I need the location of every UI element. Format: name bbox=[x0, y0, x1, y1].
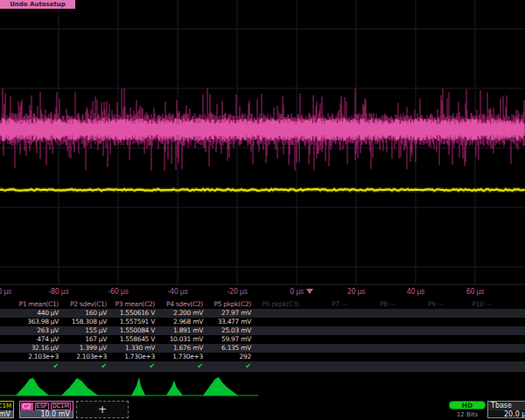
x-axis-label: 20 µs bbox=[347, 288, 365, 296]
table-row-min: 263 µV155 µV1.550084 V1.891 mV25.03 mV bbox=[0, 326, 525, 335]
cell-mean-p3: 1.557591 V bbox=[107, 318, 155, 326]
cell-sdev-p2: 1.399 µV bbox=[59, 344, 107, 353]
table-row-max: 474 µV167 µV1.558645 V10.031 mV59.97 mV bbox=[0, 335, 525, 344]
status-check-icon: ✔ bbox=[107, 361, 155, 372]
status-check-icon: ✔ bbox=[59, 361, 107, 372]
timebase-descriptor[interactable]: Tbase 20.0 µs bbox=[487, 401, 525, 418]
histicon-p1[interactable] bbox=[16, 378, 49, 396]
c2-esp-badge: ESP bbox=[35, 402, 49, 410]
cell-max-p4: 10.031 mV bbox=[155, 335, 203, 344]
cell-max-p1: 474 µV bbox=[10, 335, 59, 344]
cell-min-p1: 263 µV bbox=[10, 326, 59, 335]
param-header-5[interactable]: P5 pkpk(C2) bbox=[203, 300, 251, 309]
bit-resolution-label: 12 Bits bbox=[449, 411, 486, 418]
x-axis-label: -60 µs bbox=[108, 288, 128, 296]
param-header-2[interactable]: P2 sdev(C1) bbox=[59, 300, 107, 309]
status-check-icon: ✔ bbox=[203, 361, 251, 372]
cell-mean-p1: 363.98 µV bbox=[10, 318, 59, 326]
param-header-9[interactable]: P9 --- bbox=[396, 300, 444, 309]
x-axis-label: -80 µs bbox=[48, 288, 68, 296]
cell-sdev-p4: 1.676 mV bbox=[155, 344, 203, 353]
cell-max-p3: 1.558645 V bbox=[107, 335, 155, 344]
cell-min-p5: 25.03 mV bbox=[203, 326, 251, 335]
timebase-title: Tbase bbox=[488, 402, 525, 410]
descriptor-bar: C1 DC1M 10.0 mV C2 ESP DC1M 10.0 mV + HD… bbox=[0, 400, 525, 420]
cell-value-p5: 27.97 mV bbox=[203, 309, 251, 318]
cell-sdev-p3: 1.330 mV bbox=[107, 344, 155, 353]
cell-mean-p2: 158.308 µV bbox=[59, 318, 107, 326]
param-header-10[interactable]: P10 --- bbox=[444, 300, 492, 309]
x-axis-label: -40 µs bbox=[167, 288, 187, 296]
c2-scale: 10.0 mV bbox=[20, 410, 73, 418]
histicon-p5[interactable] bbox=[203, 377, 238, 396]
x-axis-label: -100 µs bbox=[0, 288, 11, 296]
cell-num-p1: 2.103e+3 bbox=[10, 353, 59, 361]
param-header-4[interactable]: P4 sdev(C2) bbox=[155, 300, 203, 309]
channel-c1-descriptor[interactable]: C1 DC1M 10.0 mV bbox=[0, 401, 14, 418]
cell-num-p4: 1.730e+3 bbox=[155, 353, 203, 361]
table-row-value: 440 µV160 µV1.550616 V2.200 mV27.97 mV bbox=[0, 309, 525, 318]
undo-autosetup-button[interactable]: Undo Autosetup bbox=[0, 0, 75, 9]
cell-min-p3: 1.550084 V bbox=[107, 326, 155, 335]
c1-scale: 10.0 mV bbox=[0, 410, 13, 418]
channel-c2-descriptor[interactable]: C2 ESP DC1M 10.0 mV bbox=[19, 401, 74, 418]
c2-trace-core[interactable] bbox=[0, 118, 524, 141]
table-row-status: ✔✔✔✔✔ bbox=[0, 361, 525, 372]
param-header-1[interactable]: P1 mean(C1) bbox=[10, 300, 59, 309]
cell-mean-p5: 33.477 mV bbox=[203, 318, 251, 326]
trigger-position-marker[interactable] bbox=[306, 289, 313, 294]
cell-min-p4: 1.891 mV bbox=[155, 326, 203, 335]
graticule bbox=[0, 0, 525, 285]
histicon-p4[interactable] bbox=[166, 381, 183, 396]
c2-coupling-badge: DC1M bbox=[51, 402, 71, 410]
hd-mode-badge[interactable]: HD bbox=[449, 401, 486, 410]
x-axis-label: 60 µs bbox=[466, 288, 484, 296]
histicon-p2[interactable] bbox=[61, 378, 98, 396]
status-check-icon: ✔ bbox=[155, 361, 203, 372]
cell-value-p2: 160 µV bbox=[59, 309, 107, 318]
cell-value-p1: 440 µV bbox=[10, 309, 59, 318]
table-row-num: 2.103e+32.103e+31.730e+31.730e+3292 bbox=[0, 353, 525, 361]
c1-coupling-badge: DC1M bbox=[0, 402, 11, 410]
cell-sdev-p1: 32.16 µV bbox=[10, 344, 59, 353]
table-row-sdev: 32.16 µV1.399 µV1.330 mV1.676 mV6.135 mV bbox=[0, 344, 525, 353]
add-trace-button[interactable]: + bbox=[76, 401, 129, 418]
cell-value-p3: 1.550616 V bbox=[107, 309, 155, 318]
x-axis-label: 0 µs bbox=[290, 288, 304, 296]
timebase-value: 20.0 µs bbox=[488, 410, 525, 419]
c1-trace[interactable] bbox=[0, 189, 525, 191]
x-axis: -100 µs-80 µs-60 µs-40 µs-20 µs0 µs20 µs… bbox=[0, 285, 525, 300]
measurement-table: P1 mean(C1)P2 sdev(C1)P3 mean(C2)P4 sdev… bbox=[0, 300, 525, 375]
cell-max-p5: 59.97 mV bbox=[203, 335, 251, 344]
cell-num-p5: 292 bbox=[203, 353, 251, 361]
cell-min-p2: 155 µV bbox=[59, 326, 107, 335]
status-check-icon: ✔ bbox=[10, 361, 59, 372]
cell-num-p2: 2.103e+3 bbox=[59, 353, 107, 361]
cell-value-p4: 2.200 mV bbox=[155, 309, 203, 318]
c2-label: C2 bbox=[21, 402, 33, 410]
param-header-8[interactable]: P8 --- bbox=[347, 300, 396, 309]
param-header-3[interactable]: P3 mean(C2) bbox=[107, 300, 155, 309]
cell-num-p3: 1.730e+3 bbox=[107, 353, 155, 361]
histicon-strip bbox=[0, 375, 525, 400]
param-header-6[interactable]: P6 pkpk(C3) bbox=[251, 300, 299, 309]
x-axis-label: -20 µs bbox=[227, 288, 247, 296]
x-axis-label: 40 µs bbox=[407, 288, 424, 296]
cell-mean-p4: 2.968 mV bbox=[155, 318, 203, 326]
param-header-7[interactable]: P7 --- bbox=[299, 300, 347, 309]
cell-max-p2: 167 µV bbox=[59, 335, 107, 344]
histicon-p3[interactable] bbox=[131, 377, 145, 396]
table-row-mean: 363.98 µV158.308 µV1.557591 V2.968 mV33.… bbox=[0, 318, 525, 326]
table-header-row: P1 mean(C1)P2 sdev(C1)P3 mean(C2)P4 sdev… bbox=[0, 300, 525, 309]
cell-sdev-p5: 6.135 mV bbox=[203, 344, 251, 353]
